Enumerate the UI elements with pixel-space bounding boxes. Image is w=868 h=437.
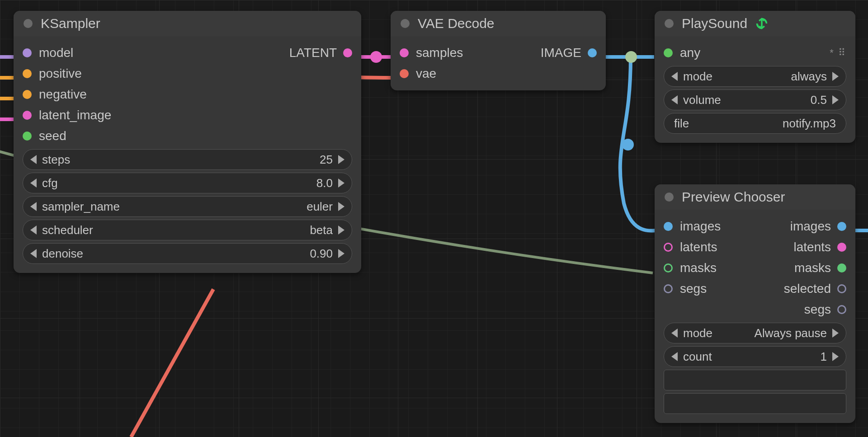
port-positive-icon[interactable] [23, 69, 32, 78]
port-images-out-label: images [790, 219, 831, 234]
arrow-right-icon[interactable] [832, 329, 839, 338]
port-latent-out-label: LATENT [289, 46, 337, 60]
node-title: PlaySound [682, 16, 747, 31]
port-any-label: any [680, 46, 700, 60]
node-title: Preview Chooser [682, 189, 785, 205]
widget-empty-2[interactable] [664, 393, 846, 414]
node-header[interactable]: KSampler [14, 11, 361, 36]
port-segs-out-icon[interactable] [837, 305, 846, 314]
widget-scheduler[interactable]: scheduler beta [23, 220, 352, 240]
port-vae-icon[interactable] [400, 69, 409, 78]
widget-denoise[interactable]: denoise 0.90 [23, 243, 352, 264]
port-model-icon[interactable] [23, 48, 32, 57]
node-playsound[interactable]: PlaySound any * ⠿ mode always volume 0.5 [655, 11, 855, 143]
node-header[interactable]: Preview Chooser [655, 184, 855, 210]
port-latent-image-icon[interactable] [23, 111, 32, 120]
port-any-icon[interactable] [664, 48, 673, 57]
widget-file-label: file [674, 117, 783, 131]
port-images-in-label: images [680, 219, 721, 234]
port-latent-image-label: latent_image [39, 108, 111, 122]
widget-pc-count-label: count [683, 350, 821, 364]
arrow-left-icon[interactable] [671, 352, 678, 361]
port-masks-out-label: masks [794, 261, 831, 275]
node-preview-chooser[interactable]: Preview Chooser images images latents la… [655, 184, 855, 423]
widget-pc-count-value: 1 [821, 350, 827, 364]
status-dot-icon [401, 19, 410, 28]
arrow-right-icon[interactable] [338, 249, 344, 258]
node-header[interactable]: PlaySound [655, 11, 855, 36]
port-image-out-label: IMAGE [541, 46, 581, 60]
port-latent-out-icon[interactable] [343, 48, 352, 57]
port-masks-in-label: masks [680, 261, 717, 275]
arrow-left-icon[interactable] [671, 72, 678, 81]
port-samples-icon[interactable] [400, 48, 409, 57]
port-model-label: model [39, 46, 73, 60]
node-title: KSampler [41, 16, 100, 31]
widget-pc-mode[interactable]: mode Always pause [664, 323, 846, 343]
port-latents-out-icon[interactable] [837, 243, 846, 252]
status-dot-icon [665, 193, 674, 202]
node-ksampler[interactable]: KSampler model LATENT positive negative … [14, 11, 361, 273]
arrow-left-icon[interactable] [671, 329, 678, 338]
widget-sampler-name-value: euler [307, 200, 333, 214]
port-vae-label: vae [416, 66, 436, 81]
arrow-left-icon[interactable] [30, 249, 37, 258]
widget-cfg-label: cfg [42, 176, 316, 190]
status-dot-icon [24, 19, 33, 28]
widget-denoise-label: denoise [42, 247, 310, 261]
widget-scheduler-value: beta [310, 223, 333, 237]
widget-cfg-value: 8.0 [316, 176, 333, 190]
port-images-in-icon[interactable] [664, 222, 673, 231]
port-segs-in-label: segs [680, 282, 707, 296]
widget-pc-mode-value: Always pause [755, 326, 827, 340]
arrow-left-icon[interactable] [30, 179, 37, 188]
port-segs-out-label: segs [804, 302, 831, 317]
widget-mode-label: mode [683, 70, 791, 84]
arrow-left-icon[interactable] [30, 226, 37, 235]
arrow-right-icon[interactable] [832, 352, 839, 361]
widget-steps-label: steps [42, 153, 320, 167]
port-seed-label: seed [39, 129, 66, 143]
widget-volume-label: volume [683, 93, 811, 107]
port-masks-out-icon[interactable] [837, 263, 846, 273]
port-positive-label: positive [39, 66, 82, 81]
widget-sampler-name[interactable]: sampler_name euler [23, 196, 352, 217]
recycle-icon [755, 17, 768, 30]
port-selected-out-label: selected [784, 282, 831, 296]
widget-pc-count[interactable]: count 1 [664, 346, 846, 367]
arrow-right-icon[interactable] [832, 72, 839, 81]
port-segs-in-icon[interactable] [664, 284, 673, 293]
port-latents-out-label: latents [794, 240, 831, 254]
node-extras[interactable]: * ⠿ [830, 47, 846, 59]
widget-cfg[interactable]: cfg 8.0 [23, 173, 352, 193]
arrow-left-icon[interactable] [30, 155, 37, 164]
port-selected-out-icon[interactable] [837, 284, 846, 293]
node-header[interactable]: VAE Decode [391, 11, 606, 36]
arrow-right-icon[interactable] [338, 202, 344, 211]
port-masks-in-icon[interactable] [664, 263, 673, 273]
status-dot-icon [665, 19, 674, 28]
arrow-left-icon[interactable] [671, 95, 678, 104]
widget-sampler-name-label: sampler_name [42, 200, 307, 214]
widget-volume-value: 0.5 [811, 93, 827, 107]
port-negative-icon[interactable] [23, 90, 32, 99]
port-seed-icon[interactable] [23, 132, 32, 141]
widget-pc-mode-label: mode [683, 326, 755, 340]
widget-mode[interactable]: mode always [664, 66, 846, 87]
widget-denoise-value: 0.90 [310, 247, 333, 261]
widget-steps[interactable]: steps 25 [23, 149, 352, 170]
port-latents-in-icon[interactable] [664, 243, 673, 252]
node-vae-decode[interactable]: VAE Decode samples IMAGE vae [391, 11, 606, 90]
port-images-out-icon[interactable] [837, 222, 846, 231]
arrow-left-icon[interactable] [30, 202, 37, 211]
port-samples-label: samples [416, 46, 463, 60]
widget-file[interactable]: file notify.mp3 [664, 113, 846, 134]
port-image-out-icon[interactable] [588, 48, 597, 57]
arrow-right-icon[interactable] [338, 179, 344, 188]
widget-empty-1[interactable] [664, 370, 846, 390]
widget-volume[interactable]: volume 0.5 [664, 89, 846, 110]
arrow-right-icon[interactable] [338, 226, 344, 235]
arrow-right-icon[interactable] [832, 95, 839, 104]
port-latents-in-label: latents [680, 240, 717, 254]
arrow-right-icon[interactable] [338, 155, 344, 164]
